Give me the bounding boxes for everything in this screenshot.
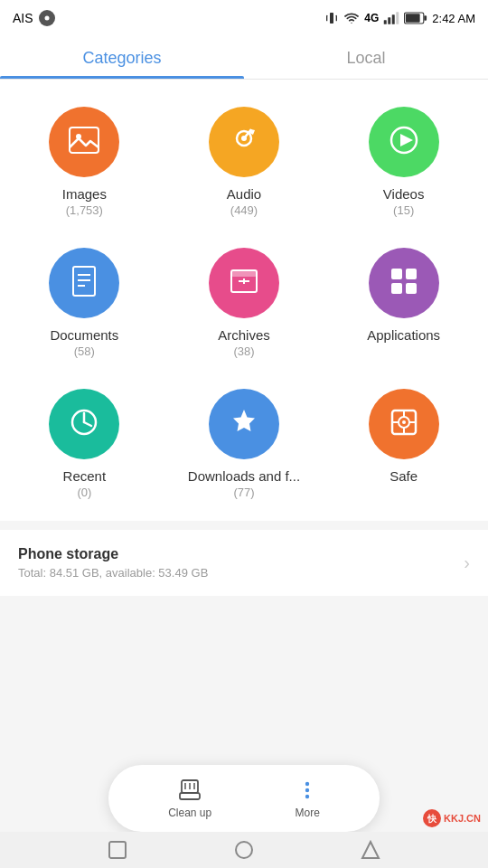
tab-local[interactable]: Local [244, 36, 488, 79]
svg-point-46 [305, 788, 309, 792]
nav-home-button[interactable] [105, 837, 130, 863]
carrier-label: AIS [13, 11, 33, 25]
downloads-label: Downloads and f... [188, 468, 300, 484]
status-right: 4G 2:42 AM [324, 11, 475, 25]
svg-rect-7 [392, 14, 395, 24]
category-documents[interactable]: Documents(58) [9, 239, 160, 371]
tab-bar: Categories Local [0, 36, 488, 80]
archives-count: (38) [233, 344, 254, 358]
documents-count: (58) [74, 344, 95, 358]
svg-rect-44 [180, 793, 200, 799]
signal-icon [383, 12, 399, 24]
bottom-bar-wrapper: Clean up More [108, 765, 380, 832]
archives-icon [226, 263, 262, 303]
svg-rect-1 [330, 13, 333, 24]
category-videos[interactable]: Videos(15) [328, 98, 479, 230]
nav-bar [0, 832, 488, 868]
status-left: AIS [13, 10, 55, 26]
svg-point-45 [305, 782, 309, 786]
nav-square-icon [108, 840, 127, 860]
svg-point-0 [44, 16, 49, 21]
svg-marker-32 [233, 410, 255, 431]
chevron-right-icon: › [464, 552, 470, 573]
safe-icon-circle [369, 389, 439, 459]
downloads-count: (77) [233, 486, 254, 499]
nav-circle-icon [234, 840, 254, 860]
cleanup-button[interactable]: Clean up [150, 774, 230, 823]
svg-rect-22 [231, 270, 257, 277]
audio-icon-circle [209, 107, 279, 177]
downloads-icon [226, 404, 262, 444]
videos-label: Videos [383, 186, 425, 202]
videos-count: (15) [393, 203, 414, 217]
battery-icon [404, 12, 427, 24]
watermark: 快 KKJ.CN [422, 808, 481, 828]
svg-rect-48 [109, 842, 126, 858]
category-downloads[interactable]: Downloads and f...(77) [169, 380, 320, 512]
archives-label: Archives [218, 327, 270, 343]
svg-rect-26 [406, 269, 417, 279]
downloads-icon-circle [209, 389, 279, 459]
svg-text:快: 快 [427, 814, 437, 824]
category-safe[interactable]: Safe [328, 380, 479, 512]
applications-icon [386, 263, 422, 303]
svg-point-47 [305, 795, 309, 798]
tab-categories[interactable]: Categories [0, 36, 244, 79]
images-count: (1,753) [66, 203, 103, 217]
recent-icon-circle [49, 389, 119, 459]
watermark-text: KKJ.CN [444, 813, 481, 824]
documents-icon [66, 263, 102, 303]
svg-point-49 [236, 842, 252, 858]
svg-rect-11 [406, 14, 420, 22]
svg-rect-27 [391, 283, 402, 294]
recent-count: (0) [77, 486, 91, 499]
svg-rect-10 [425, 15, 427, 21]
svg-rect-8 [397, 12, 399, 24]
category-applications[interactable]: Applications [328, 239, 479, 371]
audio-label: Audio [227, 186, 261, 202]
archives-icon-circle [209, 248, 279, 318]
category-images[interactable]: Images(1,753) [9, 98, 160, 230]
time-label: 2:42 AM [432, 12, 475, 25]
svg-marker-50 [362, 842, 379, 858]
audio-icon [226, 122, 262, 162]
nav-triangle-icon [361, 840, 380, 860]
videos-icon [386, 122, 422, 162]
applications-icon-circle [369, 248, 439, 318]
storage-section[interactable]: Phone storage Total: 84.51 GB, available… [0, 530, 488, 596]
carrier-icon [39, 10, 55, 26]
svg-rect-3 [336, 15, 337, 22]
svg-marker-16 [400, 134, 413, 146]
category-recent[interactable]: Recent(0) [9, 380, 160, 512]
images-icon [66, 122, 102, 162]
status-bar: AIS 4G 2:42 AM [0, 0, 488, 36]
recent-icon [66, 404, 102, 444]
safe-label: Safe [389, 468, 418, 484]
recent-label: Recent [63, 468, 107, 484]
cleanup-label: Clean up [168, 807, 211, 819]
more-label: More [295, 807, 319, 819]
wifi-icon [343, 11, 360, 25]
storage-subtitle: Total: 84.51 GB, available: 53.49 GB [18, 566, 208, 580]
category-audio[interactable]: Audio(449) [169, 98, 320, 230]
category-archives[interactable]: Archives(38) [169, 239, 320, 371]
documents-icon-circle [49, 248, 119, 318]
more-button[interactable]: More [277, 774, 337, 823]
images-icon-circle [49, 107, 119, 177]
documents-label: Documents [50, 327, 118, 343]
applications-label: Applications [367, 327, 440, 343]
safe-icon [386, 404, 422, 444]
nav-back-button[interactable] [231, 837, 257, 863]
audio-count: (449) [230, 203, 258, 217]
svg-rect-5 [384, 20, 387, 24]
storage-title: Phone storage [18, 546, 208, 562]
svg-rect-28 [406, 283, 417, 294]
watermark-icon: 快 [422, 808, 442, 828]
nav-recents-button[interactable] [358, 837, 383, 863]
network-label: 4G [364, 12, 379, 24]
svg-rect-25 [391, 269, 402, 279]
videos-icon-circle [369, 107, 439, 177]
category-grid: Images(1,753)Audio(449)Videos(15)Documen… [0, 80, 488, 521]
svg-rect-12 [70, 127, 99, 153]
bottom-bar: Clean up More [108, 765, 380, 832]
